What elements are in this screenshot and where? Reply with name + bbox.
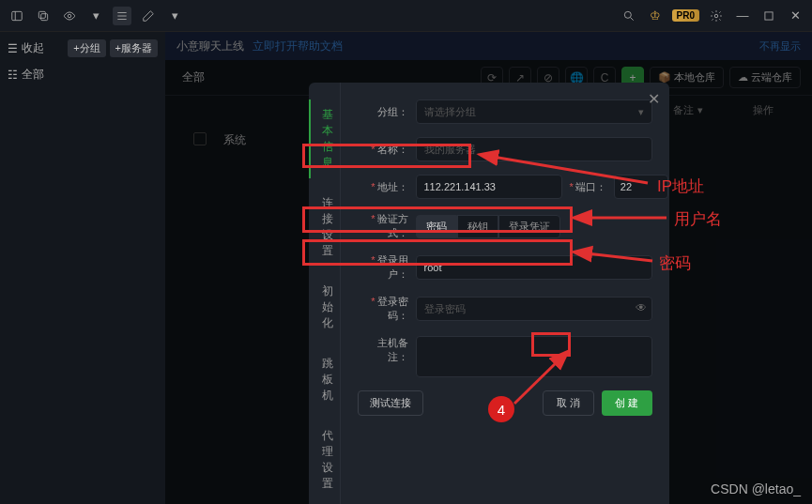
password-input[interactable] [416, 297, 652, 321]
anno-label-user: 用户名 [674, 208, 722, 230]
add-group-button[interactable]: +分组 [68, 39, 105, 57]
svg-point-10 [714, 14, 718, 18]
modal: ✕ 基本信息 连接设置 初始化 跳板机 代理设置 高级设置 其他设置 分组： 请… [309, 83, 669, 504]
group-select[interactable]: 请选择分组▾ [416, 99, 652, 124]
svg-rect-2 [41, 13, 48, 20]
label-group: 分组： [358, 105, 408, 119]
svg-rect-11 [765, 11, 773, 19]
chevron-down-icon[interactable]: ▾ [86, 7, 105, 25]
crown-icon: ♔ [646, 7, 665, 25]
user-input[interactable] [416, 255, 652, 280]
label-addr: 地址： [358, 180, 408, 194]
panel-left-icon[interactable] [8, 7, 26, 25]
gear-icon[interactable] [707, 7, 726, 25]
label-note: 主机备注： [358, 336, 408, 364]
svg-point-4 [68, 14, 71, 18]
label-pass: 登录密码： [358, 295, 408, 323]
cancel-button[interactable]: 取 消 [543, 390, 594, 416]
anno-label-pass: 密码 [659, 252, 691, 274]
anno-step: 4 [488, 396, 514, 422]
tab-basic[interactable]: 基本信息 [309, 99, 340, 178]
label-user: 登录用户： [358, 253, 408, 282]
svg-point-8 [624, 11, 631, 18]
auth-password-button[interactable]: 密码 [416, 215, 457, 238]
name-input[interactable] [416, 137, 652, 161]
label-name: 名称： [358, 143, 408, 157]
minimize-icon[interactable]: — [733, 7, 752, 25]
anno-label-ip: IP地址 [657, 176, 704, 197]
svg-line-9 [630, 17, 633, 20]
auth-cred-button[interactable]: 登录凭证 [498, 215, 560, 238]
tab-proxy[interactable]: 代理设置 [309, 420, 340, 499]
tab-init[interactable]: 初始化 [309, 276, 340, 339]
modal-tabs: 基本信息 连接设置 初始化 跳板机 代理设置 高级设置 其他设置 [309, 83, 341, 504]
pro-badge: PR0 [672, 9, 699, 22]
eye-icon[interactable] [60, 7, 79, 25]
svg-rect-3 [38, 11, 45, 18]
pen-icon[interactable] [139, 7, 158, 25]
label-auth: 验证方式： [358, 212, 408, 240]
watermark: CSDN @letao_ [711, 481, 801, 496]
content-area: 小意聊天上线 立即打开帮助文档 不再显示 全部 ⟳ ↗ ⊘ 🌐 C + 📦 本地… [165, 32, 812, 504]
label-port: 端口： [570, 180, 606, 194]
auth-key-button[interactable]: 秘钥 [457, 215, 498, 238]
create-button[interactable]: 创 建 [602, 390, 651, 416]
sidebar: ☰ 收起 +分组 +服务器 ☷ 全部 [0, 32, 165, 504]
test-button[interactable]: 测试连接 [358, 390, 423, 416]
sidebar-all[interactable]: ☷ 全部 [8, 67, 158, 83]
close-icon[interactable]: ✕ [786, 7, 804, 25]
titlebar: ▾ ▾ ♔ PR0 — ✕ [0, 0, 812, 32]
svg-rect-0 [12, 11, 23, 20]
sidebar-collapse[interactable]: ☰ 收起 [8, 40, 44, 56]
chevron-down-icon-2[interactable]: ▾ [165, 7, 184, 25]
copy-icon[interactable] [34, 7, 53, 25]
search-icon[interactable] [620, 7, 638, 25]
modal-close[interactable]: ✕ [648, 90, 660, 108]
note-textarea[interactable] [416, 336, 652, 377]
eye-icon[interactable]: 👁 [636, 301, 647, 314]
addr-input[interactable] [416, 175, 562, 199]
list-icon[interactable] [113, 7, 131, 25]
tab-jump[interactable]: 跳板机 [309, 348, 340, 411]
modal-mask: ✕ 基本信息 连接设置 初始化 跳板机 代理设置 高级设置 其他设置 分组： 请… [165, 32, 812, 504]
tab-conn[interactable]: 连接设置 [309, 188, 340, 267]
add-server-button[interactable]: +服务器 [110, 39, 158, 57]
maximize-icon[interactable] [759, 7, 778, 25]
